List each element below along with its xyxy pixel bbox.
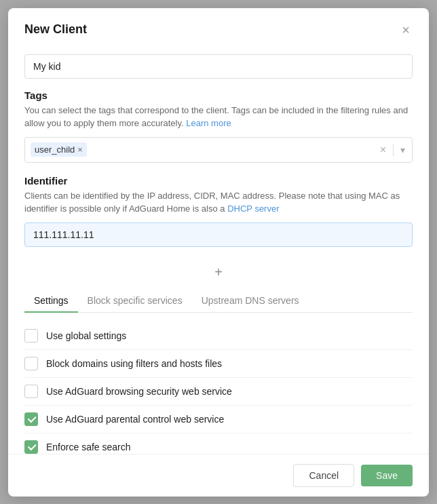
new-client-modal: New Client × Tags You can select the tag… (8, 8, 429, 497)
tag-remove-button[interactable]: × (77, 145, 83, 154)
modal-header: New Client × (8, 8, 429, 47)
learn-more-link[interactable]: Learn more (186, 118, 231, 128)
tags-container: user_child × × ▾ (24, 137, 413, 163)
setting-item-browsing-security: Use AdGuard browsing security web servic… (24, 378, 413, 406)
dhcp-server-link[interactable]: DHCP server (227, 203, 279, 214)
identifier-section: Identifier Clients can be identified by … (24, 175, 413, 252)
tags-dropdown-button[interactable]: ▾ (399, 144, 406, 155)
cancel-button[interactable]: Cancel (293, 464, 354, 487)
checkbox-global[interactable] (24, 329, 38, 343)
tab-settings[interactable]: Settings (24, 290, 78, 313)
client-name-input[interactable] (24, 54, 413, 79)
tags-actions: × ▾ (379, 144, 406, 156)
tag-chip: user_child × (31, 142, 87, 157)
tag-label: user_child (35, 144, 75, 155)
tabs: Settings Block specific services Upstrea… (24, 290, 413, 313)
setting-label-safe-search: Enforce safe search (46, 442, 131, 452)
save-button[interactable]: Save (361, 465, 413, 486)
setting-label-parental-control: Use AdGuard parental control web service (46, 414, 224, 425)
modal-overlay: New Client × Tags You can select the tag… (0, 0, 437, 504)
checkbox-browsing-security[interactable] (24, 385, 38, 398)
identifier-section-desc: Clients can be identified by the IP addr… (24, 189, 413, 216)
checkbox-parental-control[interactable] (24, 412, 38, 426)
setting-item-global: Use global settings (24, 322, 413, 350)
tags-divider (393, 144, 394, 156)
settings-list: Use global settings Block domains using … (24, 322, 413, 454)
tab-upstream-dns[interactable]: Upstream DNS servers (192, 290, 309, 313)
setting-item-safe-search: Enforce safe search (24, 433, 413, 454)
modal-footer: Cancel Save (8, 454, 429, 497)
tags-section-desc: You can select the tags that correspond … (24, 104, 413, 130)
tab-block-services[interactable]: Block specific services (78, 290, 192, 313)
add-identifier-button[interactable]: + (24, 262, 413, 283)
checkbox-safe-search[interactable] (24, 440, 38, 454)
setting-item-parental-control: Use AdGuard parental control web service (24, 406, 413, 433)
identifier-section-title: Identifier (24, 175, 413, 187)
setting-label-global: Use global settings (46, 330, 126, 341)
identifier-input[interactable] (24, 222, 413, 247)
setting-label-browsing-security: Use AdGuard browsing security web servic… (46, 386, 232, 397)
tags-clear-button[interactable]: × (379, 144, 387, 156)
checkbox-block-domains[interactable] (24, 357, 38, 370)
setting-label-block-domains: Block domains using filters and hosts fi… (46, 358, 222, 369)
tags-section-title: Tags (24, 90, 413, 101)
close-button[interactable]: × (399, 22, 413, 38)
modal-body: Tags You can select the tags that corres… (8, 47, 429, 454)
setting-item-block-domains: Block domains using filters and hosts fi… (24, 350, 413, 378)
modal-title: New Client (24, 22, 87, 37)
